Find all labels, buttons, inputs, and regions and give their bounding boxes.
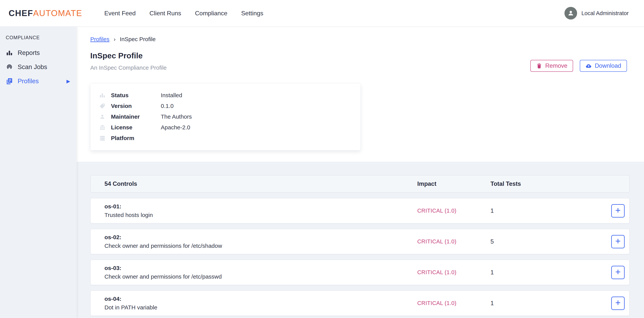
control-name: Trusted hosts login [104, 212, 417, 218]
person-icon [99, 113, 106, 120]
sidebar-item-reports[interactable]: Reports [0, 46, 77, 60]
server-icon [99, 135, 106, 142]
radar-icon [6, 63, 14, 71]
sidebar: COMPLIANCE Reports Scan Jobs [0, 27, 77, 318]
detail-value: 0.1.0 [161, 103, 174, 109]
avatar [564, 7, 577, 19]
bar-chart-icon [99, 92, 106, 99]
nav-client-runs[interactable]: Client Runs [150, 10, 181, 17]
total-tests: 1 [490, 269, 606, 276]
logo-chef: CHEF [8, 8, 33, 18]
table-row: os-04: Dot in PATH variable CRITICAL (1.… [90, 291, 630, 316]
sidebar-item-label: Scan Jobs [18, 63, 47, 71]
total-tests: 1 [490, 300, 606, 307]
sidebar-item-label: Reports [18, 49, 40, 56]
user-menu[interactable]: Local Administrator [564, 7, 629, 19]
tag-icon [99, 103, 106, 109]
total-tests: 1 [490, 207, 606, 214]
sidebar-item-label: Profiles [18, 77, 39, 85]
detail-label: Status [111, 92, 161, 99]
remove-button-label: Remove [545, 62, 567, 69]
expand-control-button[interactable]: + [611, 235, 625, 248]
nav-settings[interactable]: Settings [241, 10, 263, 17]
control-id: os-04: [104, 296, 417, 302]
plus-icon: + [615, 206, 620, 215]
profile-actions: Remove Download [530, 60, 627, 72]
table-row: os-03: Check owner and permissions for /… [90, 260, 630, 285]
control-name: Check owner and permissions for /etc/sha… [104, 243, 417, 249]
top-nav: CHEFAUTOMATE Event Feed Client Runs Comp… [0, 0, 644, 27]
submenu-arrow-icon[interactable]: ▶ [66, 78, 70, 84]
sidebar-item-profiles[interactable]: Profiles ▶ [0, 74, 77, 88]
expand-control-button[interactable]: + [611, 204, 625, 218]
nav-compliance[interactable]: Compliance [195, 10, 227, 17]
controls-table: 54 Controls Impact Total Tests os-01: Tr… [90, 175, 630, 316]
column-header-total-tests: Total Tests [490, 180, 606, 187]
detail-row-maintainer: Maintainer The Authors [99, 111, 360, 122]
detail-value: The Authors [161, 114, 192, 120]
impact-badge: CRITICAL (1.0) [417, 269, 490, 276]
profile-header-section: Profiles › InSpec Profile InSpec Profile… [77, 27, 644, 162]
person-icon [566, 9, 575, 17]
control-name: Check owner and permissions for /etc/pas… [104, 273, 417, 280]
impact-badge: CRITICAL (1.0) [417, 300, 490, 306]
control-id: os-03: [104, 265, 417, 271]
column-header-impact: Impact [417, 180, 490, 187]
detail-row-status: Status Installed [99, 90, 360, 101]
table-row: os-02: Check owner and permissions for /… [90, 229, 630, 254]
detail-value: Apache-2.0 [161, 124, 190, 131]
plus-icon: + [615, 236, 620, 246]
main-nav: Event Feed Client Runs Compliance Settin… [104, 10, 263, 17]
detail-label: License [111, 124, 161, 131]
main-content: Profiles › InSpec Profile InSpec Profile… [77, 27, 644, 318]
column-header-controls: 54 Controls [104, 180, 417, 187]
detail-label: Platform [111, 135, 161, 141]
breadcrumb-current: InSpec Profile [120, 36, 156, 42]
bar-chart-icon [6, 49, 14, 57]
detail-row-platform: Platform [99, 133, 360, 144]
control-id: os-01: [104, 203, 417, 210]
detail-row-version: Version 0.1.0 [99, 101, 360, 111]
plus-icon: + [615, 298, 620, 307]
detail-value: Installed [161, 92, 182, 99]
breadcrumb: Profiles › InSpec Profile [90, 36, 644, 42]
chevron-right-icon: › [114, 36, 116, 42]
expand-control-button[interactable]: + [611, 297, 625, 310]
trash-icon [536, 63, 542, 69]
page-title: InSpec Profile [90, 52, 644, 60]
nav-event-feed[interactable]: Event Feed [104, 10, 136, 17]
total-tests: 5 [490, 238, 606, 245]
profile-details-card: Status Installed Version 0.1.0 Maintaine… [90, 83, 360, 151]
detail-label: Version [111, 103, 161, 109]
expand-control-button[interactable]: + [611, 266, 625, 279]
sidebar-section-label: COMPLIANCE [6, 35, 77, 40]
impact-badge: CRITICAL (1.0) [417, 238, 490, 245]
control-name: Dot in PATH variable [104, 304, 417, 311]
detail-row-license: License Apache-2.0 [99, 122, 360, 133]
bank-icon [99, 124, 106, 131]
control-id: os-02: [104, 234, 417, 241]
sidebar-item-scan-jobs[interactable]: Scan Jobs [0, 60, 77, 74]
table-header: 54 Controls Impact Total Tests [90, 175, 630, 193]
remove-button[interactable]: Remove [530, 60, 573, 72]
table-row: os-01: Trusted hosts login CRITICAL (1.0… [90, 198, 630, 223]
logo-automate: AUTOMATE [33, 8, 82, 18]
impact-badge: CRITICAL (1.0) [417, 208, 490, 214]
plus-icon: + [615, 267, 620, 277]
app-logo[interactable]: CHEFAUTOMATE [8, 8, 82, 18]
controls-section: 54 Controls Impact Total Tests os-01: Tr… [77, 162, 644, 318]
breadcrumb-profiles-link[interactable]: Profiles [90, 36, 110, 42]
documents-icon [6, 77, 14, 85]
cloud-download-icon [586, 63, 592, 69]
download-button[interactable]: Download [580, 60, 627, 72]
user-name: Local Administrator [581, 10, 629, 16]
detail-label: Maintainer [111, 114, 161, 120]
download-button-label: Download [595, 62, 621, 69]
